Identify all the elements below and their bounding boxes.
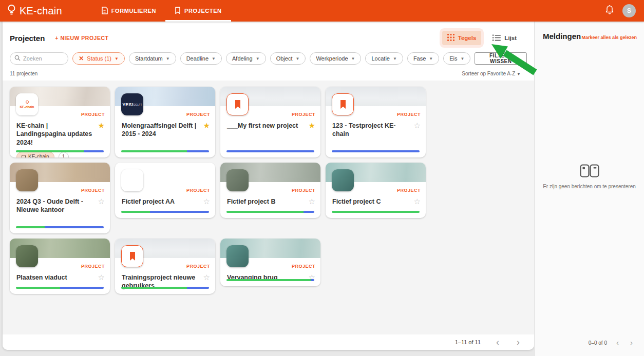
filter-chip[interactable]: Locatie▼	[365, 52, 403, 65]
project-logo: KE-chain YES!DELFT	[332, 169, 354, 191]
project-progress-bar	[16, 150, 104, 152]
project-card[interactable]: KE-chain YES!DELFT PROJECT Fictief proje…	[115, 163, 215, 218]
search-icon	[14, 54, 21, 63]
chip-label: Deadline	[186, 55, 209, 62]
project-logo: KE-chain YES!DELFT	[226, 93, 249, 115]
empty-message: Er zijn geen berichten om te presenteren	[543, 184, 636, 189]
progress-blue-segment	[60, 287, 104, 289]
progress-blue-segment	[304, 211, 314, 213]
search-input[interactable]	[23, 55, 64, 62]
project-progress-bar	[226, 150, 314, 152]
projects-panel: Projecten + NIEUW PROJECT	[3, 22, 534, 350]
chevron-down-icon: ▼	[461, 56, 465, 61]
user-avatar[interactable]: S	[622, 4, 636, 17]
filter-bar: ✕ Status (1) ▼ Startdatum▼Deadline▼Afdel…	[10, 52, 527, 65]
progress-green-segment	[121, 150, 187, 152]
clear-filters-button[interactable]: FILTERS WISSEN	[475, 52, 527, 65]
progress-blue-segment	[45, 226, 104, 228]
chevron-down-icon: ▼	[429, 56, 433, 61]
progress-green-segment	[16, 150, 84, 152]
chip-label: Object	[276, 55, 293, 62]
favorite-star-icon[interactable]: ☆	[203, 197, 210, 206]
tab-projecten[interactable]: PROJECTEN	[165, 0, 231, 22]
workspace-icon	[22, 155, 26, 157]
project-card[interactable]: KE-chain YES!DELFT PROJECT Fictief proje…	[220, 163, 320, 218]
progress-blue-segment	[84, 150, 104, 152]
clear-status-filter-icon[interactable]: ✕	[79, 55, 84, 62]
favorite-star-icon[interactable]: ☆	[98, 273, 105, 282]
chip-label: Status (1)	[87, 55, 111, 62]
brand-name: KE-chain	[20, 5, 62, 17]
chip-label: Locatie	[371, 55, 389, 62]
chevron-down-icon: ▼	[295, 56, 299, 61]
progress-blue-segment	[187, 287, 209, 289]
sort-dropdown[interactable]: Sorteer op Favorite A-Z ▼	[462, 71, 521, 76]
tab-formulieren[interactable]: FORMULIEREN	[92, 0, 165, 22]
filter-chip[interactable]: Eis▼	[443, 52, 470, 65]
notifications-pagination-range: 0–0 of 0	[589, 340, 607, 346]
view-toggle: Tegels Lijst	[442, 31, 522, 45]
filter-chip[interactable]: Deadline▼	[180, 52, 222, 65]
project-card[interactable]: KE-chain YES!DELFT PROJECT Molengraaffsi…	[115, 87, 215, 157]
filter-chip[interactable]: Startdatum▼	[129, 52, 176, 65]
tag-count-badge[interactable]: 1	[59, 152, 69, 157]
chevron-down-icon: ▼	[351, 56, 355, 61]
list-view-button[interactable]: Lijst	[487, 31, 522, 45]
favorite-star-icon[interactable]: ★	[309, 122, 315, 130]
photo-logo	[16, 245, 38, 267]
list-label: Lijst	[504, 35, 517, 41]
cards-area: KE-chain YES!DELFT PROJECT KE-chain | La…	[3, 81, 534, 334]
project-card[interactable]: KE-chain YES!DELFT PROJECT 2024 Q3 - Oud…	[10, 163, 110, 233]
project-logo: KE-chain YES!DELFT	[16, 93, 38, 115]
tab-label: PROJECTEN	[184, 8, 222, 14]
project-card[interactable]: KE-chain YES!DELFT PROJECT KE-chain | La…	[10, 87, 110, 157]
chevron-down-icon: ▼	[115, 56, 119, 61]
project-type-badge: PROJECT	[186, 188, 210, 193]
previous-page-button[interactable]: ‹	[494, 338, 501, 346]
project-logo: KE-chain YES!DELFT	[16, 245, 38, 267]
project-card[interactable]: KE-chain YES!DELFT PROJECT Plaatsen viad…	[10, 239, 110, 294]
filter-chip-status[interactable]: ✕ Status (1) ▼	[72, 52, 125, 65]
project-type-badge: PROJECT	[397, 112, 421, 117]
favorite-star-icon[interactable]: ☆	[98, 197, 105, 214]
project-type-badge: PROJECT	[81, 264, 105, 269]
pagination-range: 1–11 of 11	[455, 339, 481, 345]
project-card[interactable]: KE-chain YES!DELFT PROJECT Fictief proje…	[326, 163, 426, 218]
favorite-star-icon[interactable]: ★	[203, 122, 210, 139]
photo-logo	[16, 169, 38, 191]
filter-chip[interactable]: Fase▼	[407, 52, 439, 65]
topbar: KE-chain FORMULIEREN PROJECTEN S	[0, 0, 644, 22]
project-progress-bar	[121, 287, 209, 289]
project-title: 2024 Q3 - Oude Delft - Nieuwe kantoor	[16, 197, 95, 214]
new-project-button[interactable]: + NIEUW PROJECT	[55, 35, 108, 41]
favorite-star-icon[interactable]: ☆	[309, 197, 315, 206]
project-card[interactable]: KE-chain YES!DELFT PROJECT 123 - Testpro…	[326, 87, 426, 157]
project-card[interactable]: KE-chain YES!DELFT PROJECT Vervanging br…	[220, 239, 320, 286]
notifications-panel: Meldingen Markeer alles als gelezen Er z…	[534, 22, 644, 356]
list-icon	[493, 34, 501, 42]
favorite-star-icon[interactable]: ☆	[414, 197, 421, 206]
project-progress-bar	[16, 287, 104, 289]
chevron-down-icon: ▼	[393, 56, 397, 61]
project-card[interactable]: KE-chain YES!DELFT PROJECT Trainingsproj…	[115, 239, 215, 294]
next-page-button[interactable]: ›	[515, 338, 522, 346]
app-brand[interactable]: KE-chain	[7, 0, 62, 22]
project-logo: KE-chain YES!DELFT	[226, 169, 249, 191]
tiles-view-button[interactable]: Tegels	[442, 31, 482, 45]
notifications-next-button[interactable]: ›	[628, 339, 635, 347]
project-progress-bar	[332, 211, 420, 213]
progress-green-segment	[226, 211, 304, 213]
project-card[interactable]: KE-chain YES!DELFT PROJECT ___My first n…	[220, 87, 320, 157]
project-tag-chip[interactable]: KE-chain	[16, 152, 54, 157]
filter-chip[interactable]: Object▼	[270, 52, 306, 65]
progress-blue-segment	[332, 150, 420, 152]
notifications-previous-button[interactable]: ‹	[614, 339, 621, 347]
project-progress-bar	[226, 279, 314, 281]
notifications-bell-icon[interactable]	[605, 5, 614, 17]
favorite-star-icon[interactable]: ★	[98, 122, 105, 147]
search-box[interactable]	[10, 52, 68, 65]
filter-chip[interactable]: Afdeling▼	[226, 52, 266, 65]
photo-logo	[332, 169, 354, 191]
favorite-star-icon[interactable]: ☆	[414, 122, 421, 139]
filter-chip[interactable]: Werkperiode▼	[310, 52, 361, 65]
